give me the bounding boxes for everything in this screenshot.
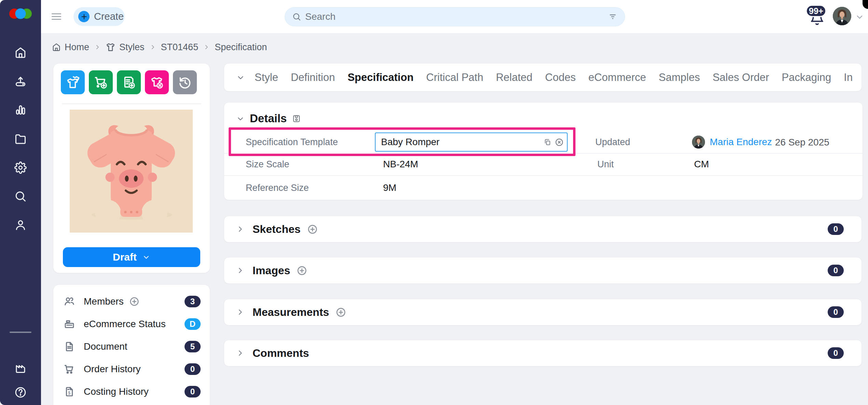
folder-icon: [14, 133, 27, 145]
sidebar-item-help[interactable]: [0, 382, 41, 403]
chevron-down-icon: [236, 114, 245, 123]
details-section: Details Specification Template: [224, 102, 863, 200]
add-member-icon[interactable]: [129, 296, 139, 307]
breadcrumb-style-code[interactable]: ST01465: [161, 42, 199, 53]
images-title: Images: [253, 264, 290, 277]
costing-history-row[interactable]: $ Costing History 0: [53, 380, 210, 403]
measurements-section[interactable]: Measurements 0: [224, 299, 862, 325]
app-window: Create 99+: [0, 0, 868, 405]
members-icon: [64, 296, 75, 307]
sidebar-item-suppliers[interactable]: [0, 358, 41, 379]
updated-by-avatar: [692, 136, 705, 149]
notifications-button[interactable]: 99+: [806, 5, 828, 29]
chevron-right-icon: [236, 225, 244, 233]
style-history-button[interactable]: [173, 70, 197, 94]
comments-section[interactable]: Comments 0: [224, 340, 862, 366]
add-order-button[interactable]: [89, 70, 113, 94]
sidebar-divider: [10, 332, 31, 333]
clear-icon[interactable]: [555, 138, 564, 147]
updated-by-link[interactable]: Maria Enderez: [710, 137, 772, 148]
tab-style[interactable]: Style: [255, 71, 278, 84]
tab-specification[interactable]: Specification: [348, 71, 413, 84]
plus-icon: [78, 11, 90, 22]
order-history-count-badge: 0: [185, 363, 201, 375]
add-image-icon[interactable]: [297, 265, 307, 276]
status-dropdown-button[interactable]: Draft: [63, 247, 200, 267]
app-logo[interactable]: [9, 5, 32, 22]
create-button[interactable]: Create: [73, 7, 125, 26]
details-header[interactable]: Details: [236, 112, 301, 125]
tab-packaging[interactable]: Packaging: [782, 71, 831, 84]
spec-template-input[interactable]: [376, 136, 543, 148]
size-scale-label: Size Scale: [246, 159, 289, 170]
filter-icon[interactable]: [608, 12, 617, 21]
breadcrumb-home[interactable]: Home: [52, 42, 89, 53]
sidebar-item-home[interactable]: [0, 42, 41, 63]
search-input[interactable]: [304, 11, 601, 23]
svg-text:$: $: [68, 391, 70, 395]
create-label: Create: [94, 11, 124, 22]
comments-count-badge: 0: [828, 347, 844, 359]
tab-sales-order[interactable]: Sales Order: [713, 71, 769, 84]
sketches-count-badge: 0: [828, 223, 844, 235]
style-summary-card: Draft: [53, 63, 210, 273]
person-icon: [14, 219, 27, 231]
add-sketch-icon[interactable]: [307, 224, 318, 235]
ecommerce-status-row[interactable]: eCommerce Status D: [53, 313, 210, 335]
add-costing-button[interactable]: [117, 70, 141, 94]
home-icon: [52, 43, 61, 52]
breadcrumb-styles[interactable]: Styles: [106, 42, 145, 53]
product-image[interactable]: [70, 110, 193, 233]
reference-size-value: 9M: [383, 182, 396, 193]
tab-related[interactable]: Related: [496, 71, 532, 84]
chevron-down-icon[interactable]: [236, 73, 245, 82]
members-count-badge: 3: [185, 296, 201, 307]
sidebar: [0, 0, 41, 405]
style-info-panel: Members 3 eCommerce Status D: [53, 284, 210, 405]
invoice-icon: $: [64, 386, 75, 397]
sidebar-item-folders[interactable]: [0, 129, 41, 149]
cash-register-icon: [64, 318, 75, 330]
sidebar-item-search[interactable]: [0, 186, 41, 207]
menu-icon[interactable]: [51, 13, 62, 20]
style-tabs: Style Definition Specification Critical …: [224, 63, 862, 92]
images-section[interactable]: Images 0: [224, 257, 862, 284]
tab-definition[interactable]: Definition: [291, 71, 335, 84]
images-count-badge: 0: [828, 265, 844, 276]
details-title: Details: [250, 112, 287, 125]
tab-codes[interactable]: Codes: [545, 71, 576, 84]
history-icon: [178, 75, 192, 89]
status-label: Draft: [113, 251, 137, 263]
tab-critical-path[interactable]: Critical Path: [426, 71, 483, 84]
document-row[interactable]: Document 5: [53, 335, 210, 358]
user-menu-chevron-icon[interactable]: [855, 12, 864, 22]
tab-overflow[interactable]: In: [844, 71, 853, 84]
factory-icon: [14, 362, 27, 375]
add-measurement-icon[interactable]: [336, 307, 346, 318]
order-history-row[interactable]: Order History 0: [53, 358, 210, 380]
copy-icon[interactable]: [543, 138, 552, 146]
search-icon: [292, 12, 301, 21]
user-avatar[interactable]: [833, 7, 851, 25]
upload-icon: [14, 75, 27, 87]
copy-style-button[interactable]: [61, 70, 85, 94]
sidebar-item-settings[interactable]: [0, 157, 41, 178]
sketches-section[interactable]: Sketches 0: [224, 216, 862, 242]
spec-template-label: Specification Template: [246, 137, 338, 148]
ecommerce-status-badge: D: [185, 318, 201, 330]
save-icon[interactable]: [292, 114, 301, 123]
chevron-down-icon: [142, 253, 150, 261]
sidebar-item-profile[interactable]: [0, 215, 41, 235]
sidebar-item-upload[interactable]: [0, 71, 41, 92]
sidebar-item-analytics[interactable]: [0, 100, 41, 120]
card-divider: [62, 103, 201, 104]
tab-samples[interactable]: Samples: [659, 71, 700, 84]
document-count-badge: 5: [185, 341, 201, 352]
members-row[interactable]: Members 3: [53, 290, 210, 313]
chevron-right-icon: [203, 44, 209, 50]
delete-style-button[interactable]: [145, 70, 169, 94]
measurements-count-badge: 0: [828, 306, 844, 318]
breadcrumb-styles-label: Styles: [119, 42, 145, 53]
tab-ecommerce[interactable]: eCommerce: [588, 71, 646, 84]
global-search[interactable]: [285, 7, 625, 26]
